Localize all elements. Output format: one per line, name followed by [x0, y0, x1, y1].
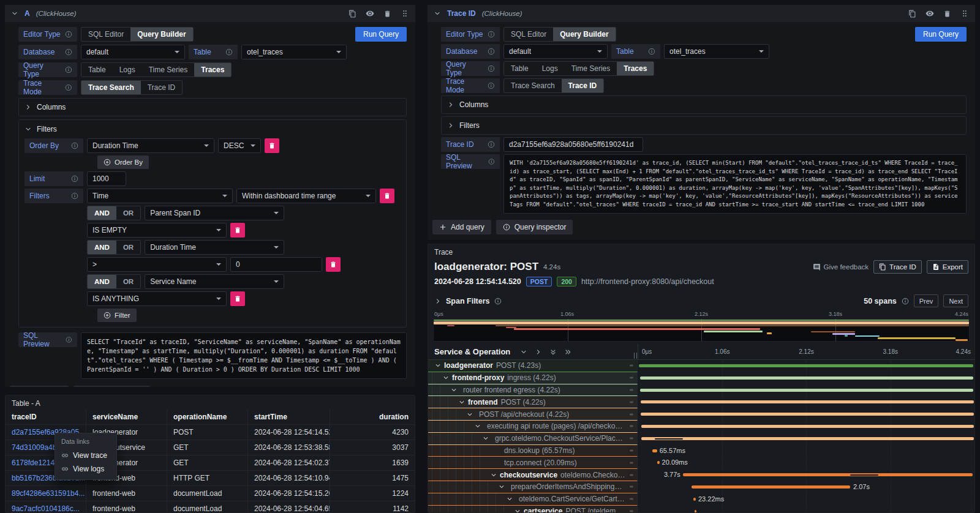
- chevron-down-icon[interactable]: [491, 472, 497, 478]
- collapse-all-icon[interactable]: [549, 348, 557, 356]
- query-builder-tab[interactable]: Query Builder: [553, 28, 615, 41]
- add-filter-button[interactable]: Filter: [97, 309, 137, 322]
- chevron-down-icon[interactable]: [435, 362, 441, 369]
- info-icon[interactable]: [902, 298, 909, 305]
- limit-input[interactable]: [87, 171, 126, 186]
- filter-value-input[interactable]: [230, 257, 322, 272]
- query-type-traces[interactable]: Traces: [617, 62, 654, 75]
- expand-all-icon[interactable]: [564, 348, 571, 356]
- info-icon[interactable]: [488, 48, 495, 55]
- chevron-right-icon[interactable]: [434, 298, 442, 305]
- info-icon[interactable]: [488, 141, 495, 148]
- table-select[interactable]: otel_traces: [664, 44, 769, 59]
- column-header[interactable]: duration: [330, 410, 415, 425]
- expand-one-icon[interactable]: [535, 348, 542, 356]
- query-inspector-button[interactable]: Query inspector: [496, 220, 573, 234]
- editor-type-switch[interactable]: SQL Editor Query Builder: [503, 27, 616, 42]
- link-icon[interactable]: [630, 362, 637, 369]
- minimap-canvas[interactable]: [433, 318, 970, 342]
- and-option[interactable]: AND: [88, 241, 116, 254]
- link-icon[interactable]: [630, 447, 637, 454]
- gantt-bar[interactable]: [641, 437, 974, 440]
- gantt-bar[interactable]: [657, 461, 660, 464]
- link-icon[interactable]: [630, 374, 637, 381]
- next-span-button[interactable]: Next: [943, 294, 968, 307]
- info-icon[interactable]: [65, 66, 72, 73]
- link-icon[interactable]: [630, 483, 637, 490]
- link-icon[interactable]: [630, 411, 637, 418]
- query-type-logs[interactable]: Logs: [535, 62, 565, 75]
- chevron-down-icon[interactable]: [434, 10, 441, 17]
- span-row[interactable]: dns.lookup (65.57ms) 65.57ms: [428, 445, 974, 457]
- link-icon[interactable]: [630, 495, 637, 503]
- info-icon[interactable]: [488, 158, 495, 165]
- remove-filter-button[interactable]: [230, 223, 245, 238]
- chevron-down-icon[interactable]: [507, 496, 513, 502]
- info-icon[interactable]: [66, 336, 72, 343]
- remove-filter-button[interactable]: [326, 257, 341, 272]
- gantt-bar[interactable]: [652, 449, 657, 452]
- chevron-down-icon[interactable]: [451, 387, 457, 393]
- chevron-down-icon[interactable]: [475, 423, 481, 429]
- query-header-a[interactable]: A (ClickHouse): [5, 5, 415, 22]
- link-icon[interactable]: [630, 399, 637, 406]
- time-range-select[interactable]: Within dashboard time range: [236, 189, 376, 203]
- filter-field-select[interactable]: Service Name: [145, 274, 284, 289]
- trace-id-tab[interactable]: Trace ID: [562, 79, 604, 92]
- info-icon[interactable]: [648, 48, 655, 55]
- trace-id-link[interactable]: 9ac7acfc0104186c...: [6, 501, 86, 513]
- trace-id-copy-button[interactable]: Trace ID: [873, 260, 922, 274]
- filter-field-select[interactable]: Time: [87, 189, 233, 203]
- prev-span-button[interactable]: Prev: [914, 294, 939, 307]
- info-icon[interactable]: [494, 298, 502, 305]
- trace-mode-switch[interactable]: Trace Search Trace ID: [503, 78, 604, 93]
- duplicate-query-icon[interactable]: [908, 10, 916, 18]
- trace-search-tab[interactable]: Trace Search: [504, 79, 562, 92]
- order-by-select[interactable]: Duration Time: [87, 138, 214, 153]
- info-icon[interactable]: [65, 48, 72, 56]
- remove-order-by-button[interactable]: [265, 138, 279, 153]
- table-select[interactable]: otel_traces: [241, 45, 347, 59]
- query-header-trace-id[interactable]: Trace ID (ClickHouse): [428, 5, 975, 22]
- span-timeline[interactable]: [638, 433, 974, 445]
- run-query-button[interactable]: Run Query: [355, 27, 407, 42]
- column-header[interactable]: startTime: [248, 410, 330, 425]
- chevron-down-icon[interactable]: [459, 399, 465, 405]
- query-type-traces[interactable]: Traces: [194, 63, 231, 77]
- query-builder-tab[interactable]: Query Builder: [130, 28, 192, 41]
- info-icon[interactable]: [71, 192, 78, 200]
- add-query-button[interactable]: Add query: [432, 220, 491, 234]
- editor-type-switch[interactable]: SQL Editor Query Builder: [81, 27, 194, 42]
- gantt-bar[interactable]: [693, 498, 695, 501]
- info-icon[interactable]: [225, 48, 233, 56]
- link-icon[interactable]: [630, 422, 637, 430]
- and-option[interactable]: AND: [88, 275, 116, 288]
- span-timeline[interactable]: [638, 384, 974, 397]
- give-feedback-button[interactable]: Give feedback: [813, 263, 869, 271]
- trace-mode-switch[interactable]: Trace Search Trace ID: [81, 80, 183, 95]
- drag-handle-icon[interactable]: [960, 9, 969, 18]
- remove-filter-button[interactable]: [380, 189, 394, 203]
- database-select[interactable]: default: [81, 45, 185, 59]
- span-row[interactable]: cartservice POST /oteldemo.CartService/G…: [428, 506, 974, 513]
- hide-query-icon[interactable]: [925, 9, 934, 18]
- chevron-down-icon[interactable]: [483, 435, 489, 441]
- collapse-one-icon[interactable]: [520, 348, 527, 356]
- chevron-down-icon[interactable]: [443, 375, 449, 381]
- order-direction-select[interactable]: DESC: [218, 138, 261, 153]
- trace-id-input[interactable]: [503, 137, 643, 152]
- and-or-switch[interactable]: AND OR: [87, 240, 141, 255]
- span-timeline[interactable]: 65.57ms: [638, 445, 974, 457]
- chevron-down-icon[interactable]: [499, 484, 505, 490]
- info-icon[interactable]: [65, 31, 72, 38]
- and-or-switch[interactable]: AND OR: [87, 274, 141, 289]
- info-icon[interactable]: [488, 65, 495, 72]
- gantt-bar[interactable]: [641, 400, 974, 403]
- delete-query-icon[interactable]: [383, 10, 391, 18]
- trace-search-tab[interactable]: Trace Search: [81, 81, 141, 94]
- info-icon[interactable]: [71, 175, 78, 182]
- sql-preview-code[interactable]: WITH 'd2a7155ef6a928a05680e5ff6190241d' …: [503, 154, 967, 214]
- and-option[interactable]: AND: [88, 206, 116, 220]
- span-row[interactable]: checkoutservice oteldemo.CheckoutService…: [428, 469, 974, 481]
- span-timeline[interactable]: 20.09ms: [638, 457, 974, 469]
